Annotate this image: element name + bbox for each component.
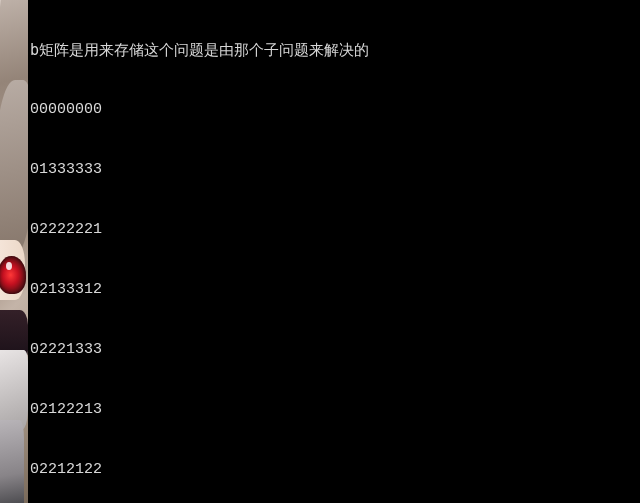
b-matrix-row: 02133312	[30, 280, 638, 300]
b-matrix-row: 00000000	[30, 100, 638, 120]
b-matrix-row: 02222221	[30, 220, 638, 240]
b-matrix-row: 02122213	[30, 400, 638, 420]
b-matrix-row: 02221333	[30, 340, 638, 360]
b-matrix-header: b矩阵是用来存储这个问题是由那个子问题来解决的	[30, 40, 638, 60]
b-matrix-row: 02212122	[30, 460, 638, 480]
desktop-wallpaper-anime	[0, 0, 30, 503]
console-window[interactable]: b矩阵是用来存储这个问题是由那个子问题来解决的 00000000 0133333…	[28, 0, 640, 503]
b-matrix-row: 01333333	[30, 160, 638, 180]
